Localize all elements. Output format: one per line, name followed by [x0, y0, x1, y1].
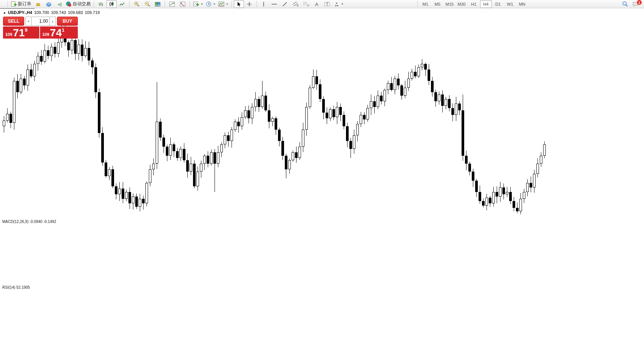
- autotrading-icon: [66, 1, 71, 7]
- fibonacci-icon: F: [303, 1, 309, 7]
- sell-price-display[interactable]: 109 71 9: [3, 26, 39, 39]
- candlestick-chart-button[interactable]: [107, 0, 117, 8]
- objects-window-button[interactable]: [178, 0, 188, 8]
- sell-price-figure: 109: [5, 32, 12, 37]
- sell-price-pips: 71: [13, 28, 25, 38]
- buy-price-display[interactable]: 109 74 1: [40, 26, 78, 39]
- cursor-button[interactable]: [234, 0, 244, 8]
- toolbar-separator: [417, 1, 418, 7]
- toolbar: 新订单 自动交易 ▼ ▼ ▼ E F A T ▼: [0, 0, 644, 8]
- crosshair-button[interactable]: [244, 0, 255, 8]
- timeframe-m30[interactable]: M30: [456, 0, 468, 8]
- new-chart-button[interactable]: ▼: [192, 0, 204, 8]
- text-label-icon: T: [324, 2, 330, 7]
- timeframe-d1[interactable]: D1: [492, 0, 504, 8]
- notifications-button[interactable]: 1: [632, 0, 643, 8]
- text-label-button[interactable]: T: [322, 0, 332, 8]
- toolbar-separator: [129, 1, 130, 7]
- channel-icon: E: [292, 1, 299, 7]
- horizontal-line-icon: [271, 2, 277, 7]
- clipped-icon: [1, 0, 6, 8]
- tile-windows-icon: [155, 2, 161, 7]
- signal-button[interactable]: [54, 0, 64, 8]
- buy-price-pips: 74: [50, 28, 62, 38]
- volume-up-button[interactable]: ▲: [49, 17, 56, 26]
- period-button[interactable]: ▼: [205, 0, 217, 8]
- crosshair-icon: [247, 2, 252, 7]
- horizontal-line-button[interactable]: [269, 0, 280, 8]
- gold-icon: [35, 2, 41, 7]
- template-button[interactable]: ▼: [217, 0, 230, 8]
- trendline-button[interactable]: [280, 0, 290, 8]
- sell-price-point: 9: [25, 27, 28, 33]
- signal-icon: [56, 2, 62, 7]
- line-chart-button[interactable]: [117, 0, 127, 8]
- candlestick-chart-icon: [109, 2, 114, 7]
- dropdown-caret-icon: ▼: [341, 3, 344, 5]
- text-button[interactable]: A: [312, 0, 322, 8]
- arrows-icon: [334, 2, 340, 7]
- gold-button[interactable]: [33, 0, 43, 8]
- dropdown-caret-icon: ▼: [213, 3, 216, 5]
- search-button[interactable]: [620, 0, 630, 8]
- bar-chart-button[interactable]: [96, 0, 106, 8]
- tile-windows-button[interactable]: [153, 0, 163, 8]
- new-order-button[interactable]: 新订单: [10, 0, 32, 8]
- timeframe-h1[interactable]: H1: [468, 0, 480, 8]
- svg-text:E: E: [297, 4, 299, 7]
- chart-title: ▲ USDJPY-,H4 109.700 109.743 109.683 109…: [3, 10, 100, 15]
- market-icon: [46, 2, 52, 7]
- volume-input[interactable]: 1.00: [32, 17, 49, 26]
- timeframe-m15[interactable]: M15: [444, 0, 456, 8]
- zoom-out-button[interactable]: [142, 0, 152, 8]
- timeframe-h4[interactable]: H4: [480, 0, 492, 8]
- indicator-window-button[interactable]: [167, 0, 177, 8]
- channel-button[interactable]: E: [290, 0, 301, 8]
- ohlc-close: 109.719: [85, 10, 100, 15]
- volume-down-button[interactable]: ▼: [25, 17, 32, 26]
- timeframe-w1[interactable]: W1: [504, 0, 516, 8]
- line-chart-icon: [119, 2, 125, 7]
- collapse-arrow-icon[interactable]: ▲: [3, 11, 6, 14]
- ohlc-high: 109.743: [51, 10, 66, 15]
- buy-button[interactable]: BUY: [57, 17, 78, 26]
- ohlc-low: 109.683: [68, 10, 83, 15]
- template-icon: [218, 2, 224, 7]
- dropdown-caret-icon: ▼: [201, 3, 203, 5]
- bar-chart-icon: [98, 2, 104, 7]
- toolbar-separator: [190, 1, 190, 7]
- clock-icon: [206, 1, 212, 7]
- new-order-icon: [11, 1, 17, 7]
- market-button[interactable]: [43, 0, 54, 8]
- notification-badge: 1: [637, 0, 642, 5]
- toolbar-separator: [256, 1, 257, 7]
- toolbar-separator: [8, 1, 8, 7]
- toolbar-separator: [94, 1, 94, 7]
- svg-text:T: T: [326, 2, 328, 6]
- ohlc-open: 109.700: [34, 10, 49, 15]
- new-chart-icon: [193, 1, 199, 7]
- new-order-label: 新订单: [18, 1, 31, 7]
- symbol-period: USDJPY-,H4: [8, 10, 32, 15]
- zoom-out-icon: [144, 1, 150, 7]
- toolbar-separator: [232, 1, 232, 7]
- mt4-window: 新订单 自动交易 ▼ ▼ ▼ E F A T ▼: [0, 0, 644, 356]
- search-icon: [622, 1, 628, 7]
- arrows-button[interactable]: ▼: [333, 0, 345, 8]
- text-icon: A: [314, 2, 319, 7]
- cursor-icon: [236, 2, 241, 7]
- autotrading-button[interactable]: 自动交易: [65, 0, 92, 8]
- fibonacci-button[interactable]: F: [301, 0, 311, 8]
- one-click-trading-panel: SELL ▼ 1.00 ▲ BUY 109 71 9 109 74 1: [3, 17, 78, 39]
- timeframe-m1[interactable]: M1: [420, 0, 431, 8]
- trend-arrows-overlay[interactable]: [0, 0, 644, 356]
- indicator-window-icon: [169, 2, 175, 7]
- svg-text:A: A: [315, 2, 318, 7]
- sell-button[interactable]: SELL: [3, 17, 24, 26]
- zoom-in-button[interactable]: [131, 0, 142, 8]
- buy-price-point: 1: [62, 27, 65, 33]
- objects-window-icon: [180, 2, 185, 7]
- vertical-line-button[interactable]: [259, 0, 269, 8]
- timeframe-mn[interactable]: MN: [516, 0, 528, 8]
- timeframe-m5[interactable]: M5: [432, 0, 443, 8]
